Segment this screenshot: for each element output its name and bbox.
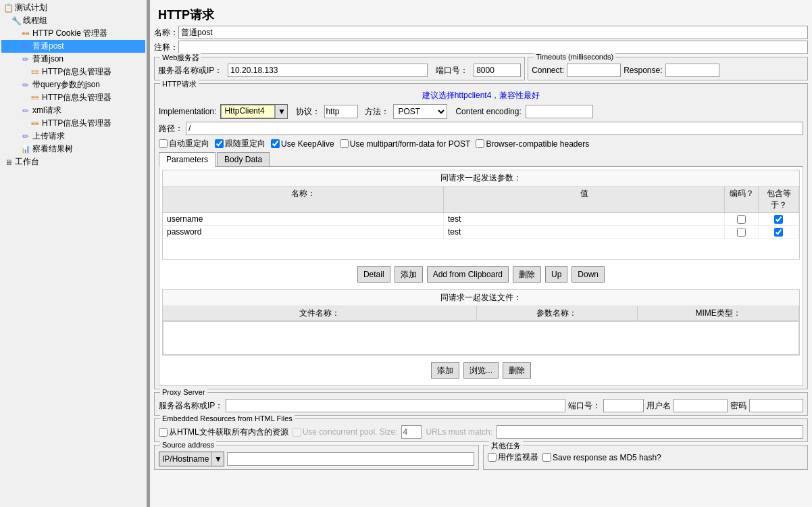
follow-redirect-checkbox-item[interactable]: 跟随重定向: [215, 138, 265, 149]
sidebar-item-header-mgr-1[interactable]: ≡≡ HTTP信息头管理器: [1, 66, 145, 78]
proxy-port-label: 端口号：: [568, 400, 601, 412]
tab-parameters[interactable]: Parameters: [159, 152, 215, 167]
sidebar-item-thread-group[interactable]: 🔧 线程组: [1, 14, 145, 27]
files-section: 同请求一起发送文件： 文件名称： 参数名称： MIME类型： 添加 浏览...: [162, 289, 800, 383]
web-server-legend: Web服务器: [160, 53, 201, 63]
comment-label: 注释：: [154, 42, 178, 53]
urls-match-input: [497, 425, 803, 439]
sidebar-item-results[interactable]: 📊 察看结果树: [1, 143, 145, 155]
file-browse-button[interactable]: 浏览...: [463, 362, 499, 379]
sidebar-item-header-mgr-3[interactable]: ≡≡ HTTP信息头管理器: [1, 117, 145, 130]
http-request-group: HTTP请求 建议选择httpclient4，兼容性最好 Implementat…: [154, 83, 808, 389]
detail-button[interactable]: Detail: [357, 266, 390, 283]
proxy-pass-input[interactable]: [749, 399, 803, 412]
auto-redirect-checkbox[interactable]: [159, 139, 168, 148]
sidebar-item-xml[interactable]: ✏ xml请求: [1, 104, 145, 117]
browser-headers-checkbox-item[interactable]: Browser-compatible headers: [476, 139, 589, 149]
params-table: 同请求一起发送参数： 名称： 值 编码？ 包含等于？ username test: [162, 170, 800, 260]
multipart-checkbox-item[interactable]: Use multipart/form-data for POST: [340, 139, 471, 149]
sidebar-item-header-mgr-2[interactable]: ≡≡ HTTP信息头管理器: [1, 91, 145, 104]
embedded-resources-group: Embedded Resources from HTML Files 从HTML…: [154, 418, 808, 442]
encode-checkbox2[interactable]: [737, 228, 746, 237]
content-enc-input[interactable]: [526, 105, 593, 118]
name-input[interactable]: [178, 26, 808, 39]
sidebar: 📋 测试计划 🔧 线程组 ≡≡ HTTP Cookie 管理器 ✏ 普通post…: [0, 0, 147, 507]
col-include-header: 包含等于？: [759, 187, 799, 212]
monitor-checkbox-item[interactable]: 用作监视器: [488, 452, 538, 463]
source-type-dropdown[interactable]: IP/Hostname ▼: [159, 452, 224, 466]
response-input[interactable]: [665, 64, 719, 77]
multipart-label: Use multipart/form-data for POST: [350, 139, 471, 149]
param-name-cell: username: [163, 213, 444, 225]
tab-body-data[interactable]: Body Data: [217, 152, 270, 166]
delete-button[interactable]: 删除: [513, 266, 541, 283]
monitor-label: 用作监视器: [498, 452, 538, 463]
impl-value: HttpClient4: [221, 105, 275, 118]
comment-input[interactable]: [178, 41, 808, 54]
keepalive-checkbox-item[interactable]: Use KeepAlive: [271, 139, 334, 149]
workbench-icon: 🖥: [3, 157, 14, 168]
method-select[interactable]: POST GET PUT DELETE: [393, 104, 447, 119]
include-checkbox2[interactable]: [774, 228, 783, 237]
sidebar-item-test-plan[interactable]: 📋 测试计划: [1, 1, 145, 14]
add-from-clipboard-button[interactable]: Add from Clipboard: [427, 266, 509, 283]
web-server-group: Web服务器 服务器名称或IP： 端口号：: [154, 57, 525, 80]
file-delete-button[interactable]: 删除: [503, 362, 531, 379]
follow-redirect-label: 跟随重定向: [225, 138, 265, 149]
encode-checkbox[interactable]: [737, 215, 746, 224]
sidebar-item-label: 普通json: [32, 53, 64, 65]
source-type-arrow[interactable]: ▼: [211, 452, 224, 466]
md5-checkbox[interactable]: [542, 453, 551, 462]
proxy-user-input[interactable]: [674, 399, 728, 412]
monitor-checkbox[interactable]: [488, 453, 497, 462]
multipart-checkbox[interactable]: [340, 139, 349, 148]
add-button[interactable]: 添加: [395, 266, 423, 283]
proxy-port-input[interactable]: [603, 399, 644, 412]
other-tasks-group: 其他任务 用作监视器 Save response as MD5 hash?: [483, 445, 808, 470]
tab-content-parameters: 同请求一起发送参数： 名称： 值 编码？ 包含等于？ username test: [159, 167, 803, 386]
port-input[interactable]: [474, 64, 521, 77]
sidebar-item-workbench[interactable]: 🖥 工作台: [1, 155, 145, 168]
sidebar-item-upload[interactable]: ✏ 上传请求: [1, 130, 145, 143]
impl-dropdown[interactable]: HttpClient4 ▼: [220, 104, 288, 119]
keepalive-checkbox[interactable]: [271, 139, 280, 148]
server-input[interactable]: [228, 64, 428, 77]
sidebar-tree: 📋 测试计划 🔧 线程组 ≡≡ HTTP Cookie 管理器 ✏ 普通post…: [0, 0, 147, 170]
follow-redirect-checkbox[interactable]: [215, 139, 224, 148]
embedded-checkbox-item[interactable]: 从HTML文件获取所有内含的资源: [159, 427, 288, 438]
table-row[interactable]: password test: [163, 226, 799, 239]
embedded-checkbox[interactable]: [159, 428, 168, 437]
sidebar-item-normal-post[interactable]: ✏ 普通post: [1, 40, 145, 53]
pencil-icon5: ✏: [20, 131, 31, 142]
browser-headers-checkbox[interactable]: [476, 139, 484, 148]
browser-headers-label: Browser-compatible headers: [486, 139, 589, 149]
proxy-server-label: 服务器名称或IP：: [159, 400, 223, 412]
sidebar-item-query-json[interactable]: ✏ 带query参数的json: [1, 78, 145, 91]
table-row[interactable]: username test: [163, 213, 799, 226]
file-add-button[interactable]: 添加: [431, 362, 459, 379]
pencil-icon4: ✏: [20, 105, 31, 116]
md5-checkbox-item[interactable]: Save response as MD5 hash?: [542, 453, 661, 462]
auto-redirect-checkbox-item[interactable]: 自动重定向: [159, 138, 209, 149]
http-mgr-icon2: ≡≡: [30, 67, 41, 78]
source-type-value: IP/Hostname: [159, 454, 211, 464]
include-checkbox[interactable]: [774, 215, 783, 224]
impl-dropdown-arrow[interactable]: ▼: [275, 105, 287, 118]
sidebar-item-label: HTTP信息头管理器: [42, 92, 111, 103]
files-title: 同请求一起发送文件：: [163, 290, 799, 306]
connect-input[interactable]: [567, 64, 621, 77]
proxy-server-input[interactable]: [226, 399, 565, 412]
down-button[interactable]: Down: [572, 266, 605, 283]
http-mgr-icon3: ≡≡: [30, 93, 41, 103]
col-filename-header: 文件名称：: [163, 306, 477, 320]
sidebar-item-normal-json[interactable]: ✏ 普通json: [1, 53, 145, 66]
protocol-input[interactable]: [324, 105, 358, 118]
source-address-input[interactable]: [227, 452, 474, 466]
test-plan-icon: 📋: [3, 3, 14, 14]
timeouts-group: Timeouts (milliseconds) Connect: Respons…: [528, 57, 808, 80]
up-button[interactable]: Up: [545, 266, 567, 283]
path-input[interactable]: [186, 122, 803, 135]
param-buttons-row: Detail 添加 Add from Clipboard 删除 Up Down: [162, 262, 800, 287]
sidebar-item-cookie[interactable]: ≡≡ HTTP Cookie 管理器: [1, 27, 145, 40]
params-header: 名称： 值 编码？ 包含等于？: [163, 187, 799, 213]
